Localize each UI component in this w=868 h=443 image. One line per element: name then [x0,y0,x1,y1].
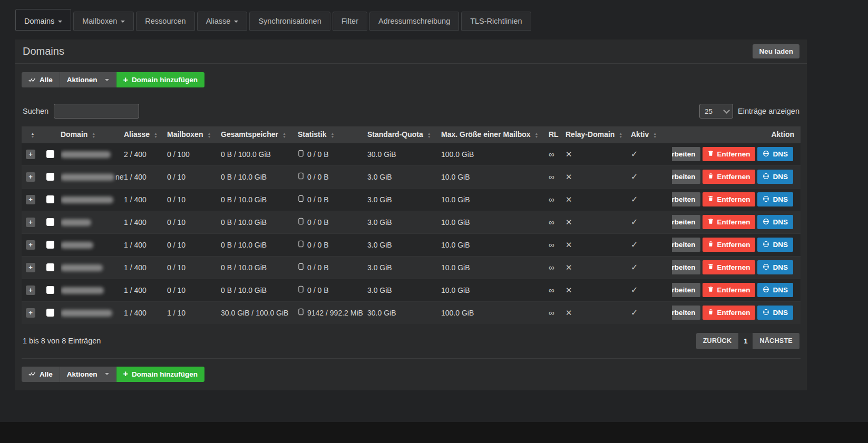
page-footer-strip [0,422,868,443]
delete-button[interactable]: Entfernen [703,170,755,184]
tab-adressumschreibung[interactable]: Adressumschreibung [369,12,459,31]
edit-button[interactable]: Bearbeiten [672,306,700,320]
expand-row-button[interactable]: + [26,240,35,250]
row-checkbox[interactable] [46,286,54,294]
edit-button[interactable]: Bearbeiten [672,147,700,161]
stats-icon [298,172,304,181]
expand-row-button[interactable]: + [26,286,35,295]
dns-button[interactable]: DNS [757,238,793,252]
tab-label: Ressourcen [145,17,186,25]
delete-button[interactable]: Entfernen [703,147,755,161]
expand-row-button[interactable]: + [26,195,35,204]
stats-value: 0 / 0 B [307,218,328,227]
action-cell: BearbeitenEntfernenDNS [672,188,801,211]
column-header-domain[interactable]: Domain▲▼ [61,126,124,143]
row-checkbox[interactable] [46,241,54,249]
tab-ressourcen[interactable]: Ressourcen [136,12,194,31]
pagination-next-button[interactable]: NÄCHSTE [753,333,799,349]
dns-button[interactable]: DNS [757,283,793,297]
column-header-max--gr--e-einer-mailbox[interactable]: Max. Größe einer Mailbox▲▼ [441,126,549,143]
page-size-select[interactable]: 25 [699,104,733,119]
expand-row-button[interactable]: + [26,308,35,318]
sort-arrows-icon: ▲▼ [154,132,158,139]
edit-button[interactable]: Bearbeiten [672,283,700,297]
actions-dropdown-button[interactable]: Aktionen [60,72,116,87]
dns-button[interactable]: DNS [757,215,793,229]
page-background: DomainsMailboxenRessourcenAliasseSynchro… [0,0,868,422]
tab-aliasse[interactable]: Aliasse [197,12,248,31]
expand-row-button[interactable]: + [26,150,35,159]
relay-cell: ✕ [565,143,631,165]
edit-button[interactable]: Bearbeiten [672,170,700,184]
select-all-button-bottom[interactable]: Alle [22,367,60,382]
trash-icon [708,309,714,317]
toolbar-bottom: Alle Aktionen + Domain hinzufügen [22,367,801,382]
delete-button[interactable]: Entfernen [703,192,755,206]
tab-label: Filter [342,17,358,25]
column-header-statistik[interactable]: Statistik▲▼ [298,126,367,143]
column-header-blank[interactable]: ▲▼ [22,126,40,143]
check-icon: ✓ [631,286,638,294]
caret-down-icon [234,21,238,23]
aktiv-cell: ✓ [631,256,672,279]
dns-button[interactable]: DNS [757,260,793,274]
tab-mailboxen[interactable]: Mailboxen [73,12,134,31]
column-header-relay-domain[interactable]: Relay-Domain▲▼ [565,126,631,143]
pagination-current-page[interactable]: 1 [738,333,753,349]
column-label: Max. Größe einer Mailbox [441,130,531,139]
delete-button[interactable]: Entfernen [703,215,755,229]
expand-cell: + [22,301,40,324]
column-header-mailboxen[interactable]: Mailboxen▲▼ [167,126,221,143]
quota-cell: 3.0 GiB [367,165,441,188]
dns-button-label: DNS [773,241,788,249]
column-header-standard-quota[interactable]: Standard-Quota▲▼ [367,126,441,143]
edit-button[interactable]: Bearbeiten [672,192,700,206]
edit-button[interactable]: Bearbeiten [672,215,700,229]
dns-button[interactable]: DNS [757,147,793,161]
stats-icon [298,150,304,159]
reload-button[interactable]: Neu laden [753,44,799,58]
edit-button[interactable]: Bearbeiten [672,238,700,252]
expand-row-button[interactable]: + [26,218,35,227]
row-checkbox[interactable] [46,173,54,181]
row-checkbox[interactable] [46,218,54,226]
row-checkbox[interactable] [46,150,54,158]
actions-dropdown-button-bottom[interactable]: Aktionen [60,367,116,382]
delete-button[interactable]: Entfernen [703,283,755,297]
search-input[interactable] [54,104,139,119]
edit-button-label: Bearbeiten [672,241,695,249]
table-row: +1 / 4000 / 100 B / 10.0 GiB0 / 0 B3.0 G… [22,256,801,279]
row-checkbox[interactable] [46,309,54,317]
cross-icon: ✕ [565,308,572,317]
column-header-gesamtspeicher[interactable]: Gesamtspeicher▲▼ [221,126,298,143]
delete-button[interactable]: Entfernen [703,238,755,252]
select-all-button[interactable]: Alle [22,72,60,87]
pagination-prev-button[interactable]: ZURÜCK [696,333,739,349]
column-header-aktion: Aktion [672,126,801,143]
add-domain-button-bottom[interactable]: + Domain hinzufügen [116,367,205,382]
delete-button[interactable]: Entfernen [703,306,755,320]
row-checkbox[interactable] [46,195,54,203]
action-cell: BearbeitenEntfernenDNS [672,143,801,165]
tab-filter[interactable]: Filter [333,12,367,31]
edit-button[interactable]: Bearbeiten [672,260,700,274]
delete-button-label: Entfernen [717,241,750,249]
dns-button[interactable]: DNS [757,170,793,184]
dns-button[interactable]: DNS [757,192,793,206]
column-header-aliasse[interactable]: Aliasse▲▼ [124,126,167,143]
column-header-aktiv[interactable]: Aktiv▲▼ [631,126,672,143]
caret-down-icon [121,21,125,23]
aliasse-cell: 1 / 400 [124,165,167,188]
expand-row-button[interactable]: + [26,263,35,272]
expand-row-button[interactable]: + [26,172,35,182]
max-size-cell: 10.0 GiB [441,165,549,188]
tab-synchronisationen[interactable]: Synchronisationen [249,12,330,31]
add-domain-button[interactable]: + Domain hinzufügen [116,72,205,87]
aliasse-cell: 2 / 400 [124,143,167,165]
row-checkbox[interactable] [46,263,54,271]
tab-domains[interactable]: Domains [15,9,71,31]
tab-tls-richtlinien[interactable]: TLS-Richtlinien [461,12,531,31]
delete-button[interactable]: Entfernen [703,260,755,274]
check-icon: ✓ [631,150,638,159]
dns-button[interactable]: DNS [757,306,793,320]
